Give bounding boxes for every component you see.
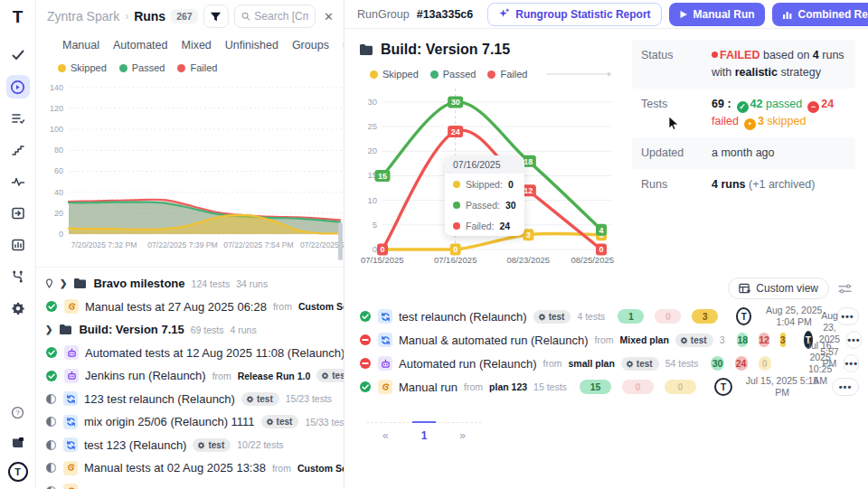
combined-report-button[interactable]: Combined Report <box>772 3 868 26</box>
legend-passed[interactable]: Passed <box>430 69 476 80</box>
test-tag-pill[interactable]: test <box>675 334 713 347</box>
filter-button[interactable] <box>203 5 229 28</box>
help-icon[interactable]: ? <box>6 400 30 424</box>
search-input[interactable] <box>254 10 308 23</box>
run-title[interactable]: Build: Version 7.15 <box>79 323 184 336</box>
run-status-icon <box>359 357 372 370</box>
from-plan[interactable]: plan 123 <box>489 381 527 392</box>
chevron-right-icon[interactable]: ❯ <box>60 278 67 288</box>
run-row[interactable]: test 123 (Relaunch)test10/22 tests <box>45 434 344 457</box>
row-menu-button[interactable]: ••• <box>832 378 859 396</box>
failed-count-badge: 0 <box>655 309 681 324</box>
run-row[interactable]: Automated tests at 12 Aug 2025 11:08 (Re… <box>45 342 344 365</box>
plans-icon[interactable] <box>6 107 30 130</box>
tab-groups[interactable]: Groups <box>292 39 329 52</box>
manual-run-button[interactable]: Manual Run <box>669 3 765 26</box>
app-logo[interactable]: T <box>13 7 24 27</box>
svg-text:5: 5 <box>373 220 377 230</box>
legend-failed[interactable]: Failed <box>177 62 217 73</box>
user-avatar[interactable]: T <box>8 462 28 482</box>
checks-icon[interactable] <box>6 43 30 67</box>
pagination-page-1[interactable]: 1 <box>412 421 437 442</box>
from-plan[interactable]: Custom Selection <box>298 301 344 312</box>
test-tag-pill[interactable]: test <box>533 310 571 324</box>
svg-text:?: ? <box>15 409 19 417</box>
run-title[interactable]: Automated tests at 12 Aug 2025 11:08 (Re… <box>85 346 344 360</box>
search-box[interactable] <box>234 5 316 28</box>
tab-test-work[interactable]: test work <box>343 36 344 54</box>
skipped-count-badge: 0 <box>665 380 696 394</box>
run-title[interactable]: Bravo milestone <box>93 277 184 290</box>
run-title[interactable]: Automated run (Relaunch) <box>399 357 536 371</box>
pulse-icon[interactable] <box>6 170 30 193</box>
legend-skipped[interactable]: Skipped <box>370 69 419 80</box>
status-dot <box>712 52 718 58</box>
tab-automated[interactable]: Automated <box>113 39 167 52</box>
rungroup-run-row[interactable]: Automated run (Relaunch)fromsmall plante… <box>359 352 859 375</box>
row-menu-button[interactable]: ••• <box>844 354 859 372</box>
rungroup-run-row[interactable]: test relaunch (Relaunch)test4 tests103TA… <box>359 305 859 328</box>
run-title[interactable]: Manual tests at 02 Aug 2025 13:38 <box>84 461 266 475</box>
area-chart-svg[interactable]: 0204060801001201407/20/2025 7:32 PM07/22… <box>42 75 344 254</box>
pagination-prev[interactable]: « <box>382 429 389 442</box>
run-title[interactable]: Manual tests at 27 Aug 2025 06:28 <box>85 300 267 314</box>
legend-passed[interactable]: Passed <box>119 62 165 73</box>
chevron-right-icon[interactable]: ❯ <box>45 324 52 334</box>
scrollbar-thumb[interactable] <box>338 222 343 260</box>
run-title[interactable]: test relaunch (Relaunch) <box>399 310 527 324</box>
rungroup-run-row[interactable]: Manual & automated run (Relaunch)fromMix… <box>359 328 859 352</box>
breadcrumb-page[interactable]: Runs <box>134 9 165 24</box>
import-icon[interactable] <box>6 202 30 225</box>
run-row[interactable]: 123 test relaunch (Relaunch)test15/23 te… <box>45 388 344 411</box>
row-menu-button[interactable]: ••• <box>846 331 862 349</box>
analytics-icon[interactable] <box>6 233 30 257</box>
run-title[interactable]: 123 test relaunch (Relaunch) <box>84 392 235 406</box>
breadcrumb-project[interactable]: Zyntra Spark <box>47 9 119 24</box>
assignee-avatar[interactable]: T <box>736 307 751 325</box>
test-tag-pill[interactable]: test <box>261 415 299 428</box>
legend-skipped[interactable]: Skipped <box>58 62 107 73</box>
run-title[interactable]: Manual run <box>399 381 458 394</box>
pagination-next[interactable]: » <box>459 429 466 442</box>
from-plan[interactable]: Release Run 1.0 <box>238 371 311 381</box>
rungroup-run-row[interactable]: Manual runfromplan 12315 tests1500TJul 1… <box>359 375 859 399</box>
run-row[interactable]: Jenkins run (Relaunch)fromRelease Run 1.… <box>45 364 344 388</box>
tab-manual[interactable]: Manual <box>62 39 99 52</box>
test-tag-pill[interactable]: test <box>316 369 344 382</box>
from-plan[interactable]: small plan <box>568 358 614 369</box>
tab-unfinished[interactable]: Unfinished <box>225 39 278 52</box>
run-tests-count: 15/33 tests <box>305 417 344 428</box>
from-plan[interactable]: Mixed plan <box>620 334 669 345</box>
folder-row[interactable]: ❯Build: Version 7.1569 tests4 runs <box>45 318 344 342</box>
sliders-icon[interactable] <box>838 283 852 295</box>
detail-row-updated: Updated a month ago <box>632 137 855 169</box>
run-title[interactable]: mix origin 25/06 (Relaunch) 1111 <box>84 415 255 428</box>
build-title[interactable]: Build: Version 7.15 <box>359 38 619 63</box>
assignee-avatar[interactable]: T <box>714 378 732 396</box>
test-tag-pill[interactable]: test <box>193 438 231 452</box>
docs-icon[interactable] <box>6 431 30 455</box>
tab-mixed[interactable]: Mixed <box>181 39 211 52</box>
runs-icon[interactable] <box>6 75 30 99</box>
custom-view-button[interactable]: Custom view <box>728 277 829 299</box>
status-failed-icon <box>359 334 372 346</box>
steps-icon[interactable] <box>6 138 30 162</box>
search-icon <box>241 11 250 22</box>
folder-row[interactable]: ❯Bravo milestone124 tests34 runs <box>45 272 344 296</box>
run-title[interactable]: Manual & automated run (Relaunch) <box>399 334 589 347</box>
run-row[interactable]: Manual tests at 27 Aug 2025 06:28fromCus… <box>45 296 344 319</box>
test-tag-pill[interactable]: test <box>621 357 659 371</box>
run-status-icon <box>45 462 57 474</box>
run-row[interactable]: Manual tests at 02 Aug 2025 13:38fromCus… <box>45 456 344 480</box>
statistic-report-button[interactable]: Rungroup Statistic Report <box>487 3 661 26</box>
from-plan[interactable]: Custom Selection <box>297 463 344 474</box>
run-row[interactable]: mix origin 25/06 (Relaunch) 1111test15/3… <box>45 410 344 434</box>
search-close-icon[interactable]: ✕ <box>321 10 336 24</box>
run-title[interactable]: Jenkins run (Relaunch) <box>85 369 206 382</box>
legend-failed[interactable]: Failed <box>487 69 527 80</box>
run-row[interactable] <box>45 480 344 489</box>
branch-icon[interactable] <box>6 265 30 288</box>
settings-icon[interactable] <box>6 296 30 320</box>
test-tag-pill[interactable]: test <box>241 392 279 406</box>
run-title[interactable]: test 123 (Relaunch) <box>84 438 186 452</box>
